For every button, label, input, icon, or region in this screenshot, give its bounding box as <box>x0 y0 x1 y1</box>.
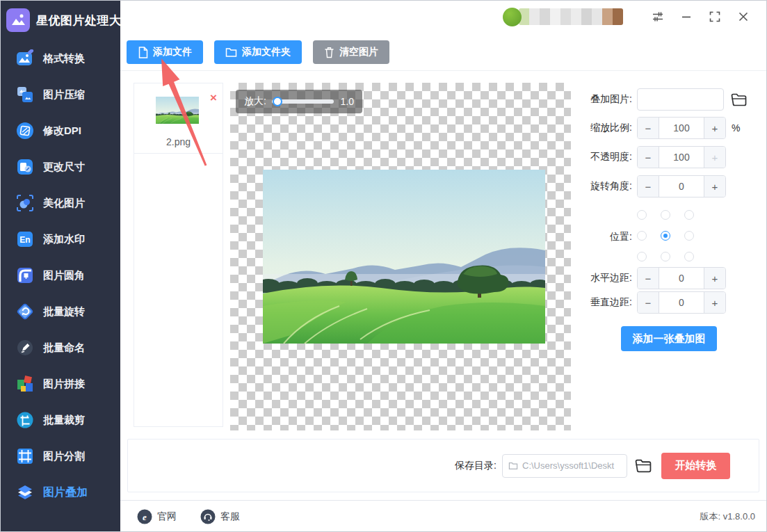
opacity-row: 不透明度: − + <box>573 146 726 168</box>
user-name-masked <box>519 8 623 25</box>
sidebar-item-label: 图片分割 <box>43 450 85 463</box>
scale-stepper: − + <box>637 117 726 139</box>
position-radio[interactable] <box>684 231 694 241</box>
sidebar-item-modify-dpi[interactable]: 修改DPI <box>1 113 120 149</box>
batch-crop-icon <box>16 411 34 429</box>
sidebar-item-image-stitch[interactable]: 图片拼接 <box>1 366 120 402</box>
rotation-row: 旋转角度: − + <box>573 175 726 198</box>
v-margin-plus-button[interactable]: + <box>704 292 725 313</box>
sidebar-item-image-overlay[interactable]: 图片叠加 <box>1 474 120 510</box>
rotation-plus-button[interactable]: + <box>704 176 725 197</box>
file-name: 2.png <box>134 136 223 147</box>
remove-file-icon[interactable]: × <box>210 92 217 104</box>
scale-minus-button[interactable]: − <box>638 118 659 138</box>
zoom-label: 放大: <box>244 95 266 108</box>
preview-canvas[interactable]: 放大: 1.0 <box>230 83 571 430</box>
sidebar-item-image-split[interactable]: 图片分割 <box>1 438 120 474</box>
h-margin-stepper: − + <box>637 267 726 289</box>
minimize-icon[interactable] <box>677 8 695 26</box>
sidebar-item-beautify[interactable]: 美化图片 <box>1 185 120 221</box>
version-label: 版本: v1.8.0.0 <box>700 510 755 523</box>
sidebar-item-batch-rename[interactable]: 批量命名 <box>1 330 120 366</box>
overlay-image-input[interactable] <box>637 88 724 111</box>
sidebar-item-label: 添加水印 <box>43 233 85 246</box>
h-margin-plus-button[interactable]: + <box>704 268 725 289</box>
user-account-chip[interactable] <box>503 7 623 26</box>
toolbar-divider <box>120 70 766 71</box>
scale-plus-button[interactable]: + <box>704 118 725 138</box>
zoom-value: 1.0 <box>341 96 354 107</box>
sidebar-item-round-corner[interactable]: 图片圆角 <box>1 257 120 293</box>
sidebar-item-image-compress[interactable]: 图片压缩 <box>1 76 120 113</box>
zoom-slider-handle[interactable] <box>273 97 282 106</box>
opacity-plus-button[interactable]: + <box>704 147 725 168</box>
resize-icon <box>16 158 34 176</box>
folder-small-icon <box>508 462 518 470</box>
website-link[interactable]: e 官网 <box>137 509 177 524</box>
h-margin-minus-button[interactable]: − <box>638 268 659 289</box>
opacity-minus-button[interactable]: − <box>638 147 659 168</box>
position-radio[interactable] <box>661 252 670 261</box>
batch-rotate-icon <box>16 303 34 321</box>
toolbar: 添加文件 添加文件夹 清空图片 <box>127 40 389 64</box>
overlay-folder-picker-icon[interactable] <box>731 93 747 106</box>
save-dir-input[interactable]: C:\Users\yssoft1\Deskt <box>502 454 627 478</box>
opacity-value-input[interactable] <box>659 147 704 168</box>
user-avatar <box>503 8 522 26</box>
scale-value-input[interactable] <box>659 118 704 138</box>
position-label: 位置: <box>573 231 632 243</box>
v-margin-row: 垂直边距: − + <box>573 291 726 314</box>
position-radio[interactable] <box>661 210 670 220</box>
scale-row: 缩放比例: − + % <box>573 117 740 139</box>
h-margin-row: 水平边距: − + <box>573 267 726 289</box>
settings-icon[interactable] <box>649 8 667 26</box>
opacity-label: 不透明度: <box>573 151 632 163</box>
rotation-minus-button[interactable]: − <box>638 176 659 197</box>
position-radio[interactable] <box>684 210 694 220</box>
round-corner-icon <box>16 266 34 284</box>
watermark-icon: En <box>16 230 34 248</box>
sidebar-item-batch-rotate[interactable]: 批量旋转 <box>1 293 120 330</box>
website-icon: e <box>137 509 152 524</box>
support-link[interactable]: 客服 <box>200 509 240 524</box>
position-radio[interactable] <box>661 231 670 241</box>
position-label-row: 位置: <box>573 231 637 243</box>
add-folder-button[interactable]: 添加文件夹 <box>214 40 302 64</box>
start-convert-button[interactable]: 开始转换 <box>661 453 730 479</box>
clear-images-button[interactable]: 清空图片 <box>313 40 389 64</box>
sidebar-item-label: 更改尺寸 <box>43 161 85 174</box>
folder-icon <box>225 47 237 58</box>
sidebar: 星优图片处理大师 格式转换 图片压缩 修改DPI 更改尺寸 美化图片 <box>1 1 120 532</box>
add-overlay-image-button[interactable]: 添加一张叠加图 <box>621 326 717 351</box>
preview-image[interactable] <box>263 170 545 344</box>
rotation-value-input[interactable] <box>659 176 704 197</box>
v-margin-minus-button[interactable]: − <box>638 292 659 313</box>
position-radio[interactable] <box>637 252 647 261</box>
zoom-slider[interactable] <box>272 99 334 104</box>
sidebar-item-label: 图片叠加 <box>43 485 88 500</box>
position-radio[interactable] <box>684 252 694 261</box>
sidebar-item-resize[interactable]: 更改尺寸 <box>1 149 120 185</box>
app-logo-row: 星优图片处理大师 <box>1 1 120 36</box>
file-list-item[interactable]: × 2.png <box>134 83 223 154</box>
position-radio[interactable] <box>637 231 647 241</box>
v-margin-value-input[interactable] <box>659 292 704 313</box>
h-margin-value-input[interactable] <box>659 268 704 289</box>
sidebar-item-label: 批量裁剪 <box>43 414 85 427</box>
bottom-bar: 保存目录: C:\Users\yssoft1\Deskt 开始转换 <box>127 439 759 492</box>
add-file-button[interactable]: 添加文件 <box>127 40 203 64</box>
close-icon[interactable] <box>734 8 752 26</box>
sidebar-item-watermark[interactable]: En 添加水印 <box>1 221 120 257</box>
position-radio[interactable] <box>637 210 647 220</box>
image-stitch-icon <box>16 375 34 393</box>
save-dir-picker-icon[interactable] <box>635 459 652 473</box>
sidebar-item-label: 图片压缩 <box>43 88 85 102</box>
sidebar-item-format-convert[interactable]: 格式转换 <box>1 40 120 76</box>
file-thumbnail <box>156 97 199 124</box>
add-folder-label: 添加文件夹 <box>242 46 291 58</box>
sidebar-item-batch-crop[interactable]: 批量裁剪 <box>1 402 120 438</box>
maximize-icon[interactable] <box>706 8 724 26</box>
sidebar-item-label: 图片圆角 <box>43 269 85 282</box>
v-margin-stepper: − + <box>637 291 726 314</box>
sidebar-item-label: 图片拼接 <box>43 378 85 391</box>
